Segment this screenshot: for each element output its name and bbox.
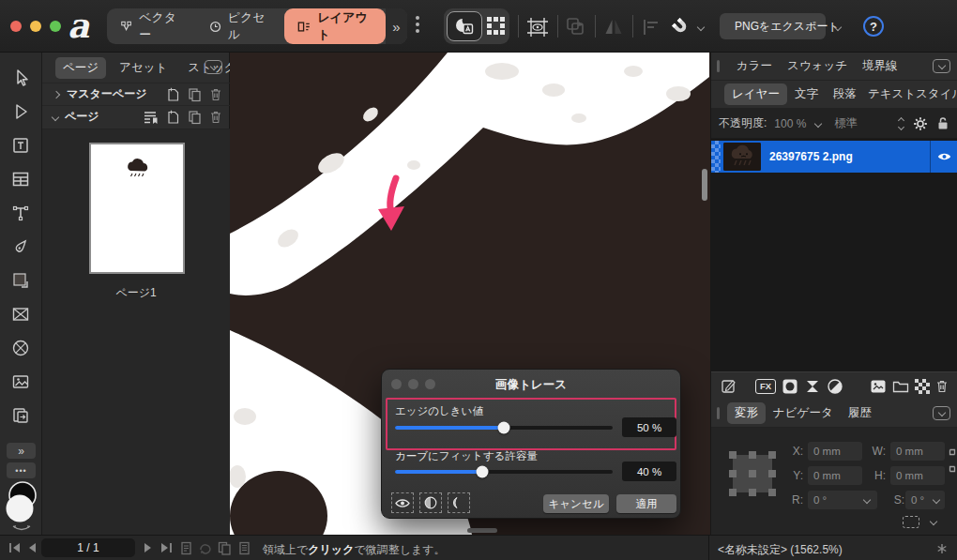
new-group-icon[interactable] <box>892 379 909 393</box>
layers-list[interactable]: 26397675 2.png <box>711 139 957 371</box>
add-master-page-icon[interactable] <box>166 87 180 102</box>
opacity-dropdown-chevron[interactable] <box>814 119 822 127</box>
last-page-button[interactable] <box>160 541 174 554</box>
document-canvas[interactable]: 画像トレース エッジのしきい値 50 % カーブにフィットする許容量 40 % <box>230 53 710 535</box>
clip-canvas-button[interactable] <box>525 16 550 38</box>
appearance-panel-options[interactable] <box>933 59 950 73</box>
blend-mode-stepper[interactable] <box>899 118 904 129</box>
move-tool[interactable] <box>0 64 41 92</box>
first-page-button[interactable] <box>8 541 22 554</box>
duplicate-page-icon[interactable] <box>188 110 202 125</box>
duplicate-master-icon[interactable] <box>188 87 202 102</box>
flip-button[interactable] <box>602 16 625 38</box>
lock-icon[interactable] <box>937 116 949 130</box>
preview-mode-button[interactable] <box>447 11 482 41</box>
layer-thumbnail[interactable] <box>723 143 761 171</box>
page-view-icon[interactable] <box>180 541 192 555</box>
rectangle-tool[interactable] <box>0 266 41 295</box>
panel-options-button[interactable] <box>205 60 222 74</box>
persona-overflow-button[interactable]: » <box>386 8 407 44</box>
curve-fit-value[interactable]: 40 % <box>622 462 676 481</box>
canvas-vertical-scrollbar[interactable] <box>702 169 707 201</box>
toolbar-more-menu[interactable] <box>416 16 419 33</box>
previous-page-button[interactable] <box>26 541 38 554</box>
shear-field[interactable]: 0 ° <box>905 491 945 509</box>
trace-preview-toggle[interactable] <box>391 492 414 513</box>
persona-vector[interactable]: ベクター <box>107 8 196 44</box>
canvas-horizontal-scrollbar[interactable] <box>467 528 497 533</box>
tab-swatches[interactable]: スウォッチ <box>780 55 855 77</box>
ellipse-picture-frame-tool[interactable] <box>0 334 41 362</box>
close-window-button[interactable] <box>10 21 22 32</box>
apply-button[interactable]: 適用 <box>616 494 676 513</box>
selection-box-mode-icon[interactable] <box>903 516 919 528</box>
link-dimensions-icon[interactable] <box>949 448 956 473</box>
edge-threshold-value[interactable]: 50 % <box>622 417 676 437</box>
persona-pixel[interactable]: ピクセル <box>196 8 285 44</box>
h-field[interactable]: 0 mm <box>890 466 945 485</box>
grid-view-button[interactable] <box>486 16 506 36</box>
table-tool[interactable] <box>0 165 41 193</box>
tab-color[interactable]: カラー <box>729 55 780 77</box>
place-image-tool[interactable] <box>0 368 41 396</box>
trace-threshold-toggle[interactable] <box>419 492 442 513</box>
artistic-text-tool[interactable] <box>0 199 41 227</box>
selection-box-dropdown-chevron[interactable] <box>930 518 937 525</box>
rect-picture-frame-tool[interactable] <box>0 300 41 328</box>
add-page-icon[interactable] <box>166 110 180 125</box>
tab-history[interactable]: 履歴 <box>841 402 879 424</box>
apply-master-icon[interactable] <box>143 110 159 125</box>
page-list-icon[interactable] <box>238 541 251 555</box>
node-tool[interactable] <box>0 98 41 126</box>
rotate-spread-icon[interactable] <box>198 541 212 555</box>
trace-outline-toggle[interactable] <box>448 492 470 513</box>
pages-section-row[interactable]: ページ <box>42 105 230 128</box>
tab-pages[interactable]: ページ <box>55 57 106 79</box>
blend-mode-value[interactable]: 標準 <box>834 115 857 131</box>
transform-panel-options[interactable] <box>933 406 950 420</box>
w-field[interactable]: 0 mm <box>890 442 945 461</box>
fill-stroke-selector[interactable] <box>2 480 41 531</box>
edge-threshold-slider[interactable] <box>395 421 613 433</box>
master-pages-section-row[interactable]: マスターページ <box>42 83 230 105</box>
help-button[interactable]: ? <box>863 16 884 37</box>
tab-navigator[interactable]: ナビゲータ <box>766 402 841 424</box>
tab-assets[interactable]: アセット <box>112 57 175 79</box>
layer-row-selected[interactable]: 26397675 2.png <box>711 141 957 173</box>
delete-page-icon[interactable] <box>209 110 222 125</box>
expand-tools-button[interactable]: » <box>7 443 36 459</box>
export-shortcut-button[interactable]: PNGをエクスポート <box>720 13 826 39</box>
new-layer-icon[interactable] <box>915 379 930 394</box>
tab-paragraph[interactable]: 段落 <box>826 83 864 105</box>
tab-layers[interactable]: レイヤー <box>724 83 787 105</box>
page-indicator[interactable]: 1 / 1 <box>41 538 135 557</box>
anchor-point-selector[interactable] <box>728 450 777 497</box>
panel-drag-handle[interactable] <box>717 60 720 72</box>
duplicate-spread-icon[interactable] <box>218 541 232 555</box>
x-field[interactable]: 0 mm <box>808 442 862 461</box>
live-filter-icon[interactable] <box>827 378 843 395</box>
mask-icon[interactable] <box>782 378 798 395</box>
tab-character[interactable]: 文字 <box>787 83 826 105</box>
curve-fit-slider[interactable] <box>395 465 613 477</box>
snapping-dropdown-chevron[interactable] <box>697 23 705 31</box>
next-page-button[interactable] <box>143 541 154 554</box>
delete-layer-icon[interactable] <box>935 379 949 394</box>
tab-text-styles[interactable]: テキストスタイル <box>864 83 957 105</box>
slider-thumb[interactable] <box>498 422 510 434</box>
persona-layout[interactable]: レイアウト <box>284 8 386 44</box>
slider-thumb[interactable] <box>476 466 488 478</box>
more-tools-button[interactable]: ••• <box>7 462 36 478</box>
pen-tool[interactable] <box>0 233 41 261</box>
adjustment-icon[interactable] <box>804 378 821 395</box>
new-image-layer-icon[interactable] <box>870 379 887 394</box>
cancel-button[interactable]: キャンセル <box>543 494 609 513</box>
fx-icon[interactable]: FX <box>755 379 776 394</box>
delete-master-icon[interactable] <box>209 87 222 102</box>
zoom-window-button[interactable] <box>50 21 61 32</box>
opacity-value[interactable]: 100 % <box>774 117 806 130</box>
snapping-button[interactable] <box>670 16 692 38</box>
layer-visibility-toggle[interactable] <box>930 141 957 173</box>
convert-object-button[interactable] <box>565 16 587 38</box>
page1-thumbnail[interactable] <box>89 143 185 274</box>
